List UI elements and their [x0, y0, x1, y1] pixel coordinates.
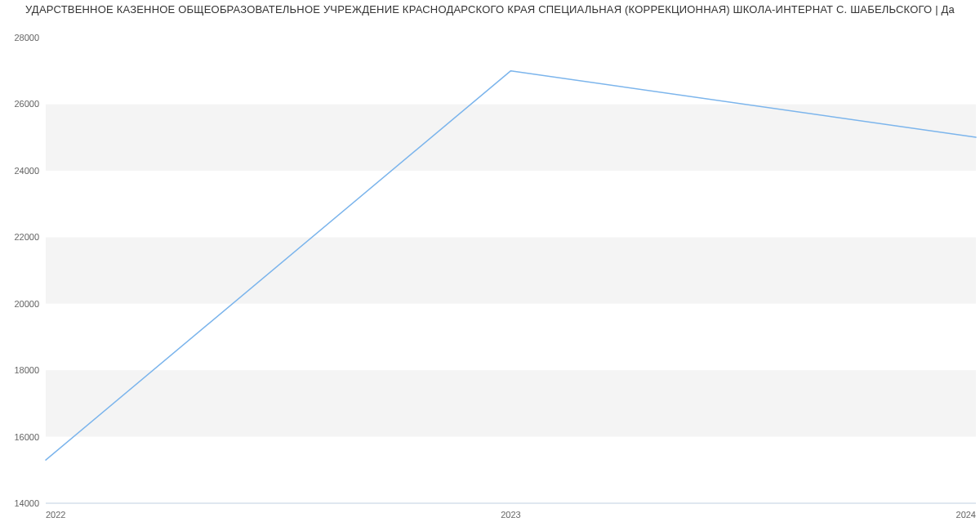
svg-rect-0	[46, 437, 976, 503]
y-tick-label: 18000	[14, 365, 39, 375]
x-tick-label: 2024	[956, 510, 976, 520]
x-tick-label: 2022	[46, 510, 65, 520]
y-tick-label: 16000	[14, 432, 39, 442]
svg-rect-3	[46, 237, 976, 303]
y-tick-label: 26000	[14, 99, 39, 109]
y-tick-label: 24000	[14, 166, 39, 176]
svg-rect-2	[46, 304, 976, 370]
svg-rect-4	[46, 171, 976, 237]
y-tick-label: 14000	[14, 498, 39, 508]
y-tick-label: 20000	[14, 299, 39, 309]
y-tick-label: 22000	[14, 232, 39, 242]
svg-rect-1	[46, 370, 976, 436]
y-tick-label: 28000	[14, 33, 39, 42]
line-chart: 1400016000180002000022000240002600028000…	[0, 17, 980, 524]
svg-rect-5	[46, 104, 976, 170]
chart-title: УДАРСТВЕННОЕ КАЗЕННОЕ ОБЩЕОБРАЗОВАТЕЛЬНО…	[0, 0, 980, 17]
x-tick-label: 2023	[501, 510, 520, 520]
chart-container: 1400016000180002000022000240002600028000…	[0, 17, 980, 524]
